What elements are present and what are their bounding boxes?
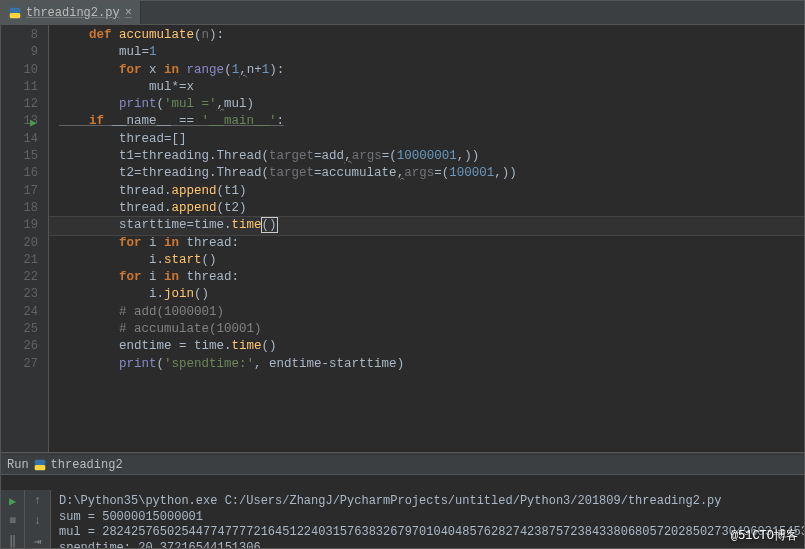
code-line[interactable]: print('spendtime:', endtime-starttime): [49, 356, 804, 373]
code-line[interactable]: if __name__ == '__main__':: [49, 113, 804, 130]
line-number: 10: [1, 62, 38, 79]
code-line[interactable]: i.start(): [49, 252, 804, 269]
run-tool-window: ▶ ■ ‖ ↑ ↓ ⇥ 🖶 D:\Python35\python.exe C:/…: [1, 470, 804, 549]
stop-icon[interactable]: ■: [6, 514, 20, 528]
code-line[interactable]: t1=threading.Thread(target=add,args=(100…: [49, 148, 804, 165]
code-line[interactable]: thread=[]: [49, 131, 804, 148]
line-number: 19: [1, 217, 38, 234]
code-line[interactable]: thread.append(t1): [49, 183, 804, 200]
line-number: 11: [1, 79, 38, 96]
line-number: 9: [1, 44, 38, 61]
line-number: 15: [1, 148, 38, 165]
code-line[interactable]: for x in range(1,n+1):: [49, 62, 804, 79]
rerun-icon[interactable]: ▶: [6, 494, 20, 508]
code-line[interactable]: thread.append(t2): [49, 200, 804, 217]
code-line[interactable]: # add(1000001): [49, 304, 804, 321]
code-line[interactable]: def accumulate(n):: [49, 27, 804, 44]
line-number: 27: [1, 356, 38, 373]
watermark: @51CTO博客: [731, 527, 798, 544]
run-toolbar-primary: ▶ ■ ‖: [1, 490, 25, 549]
line-number: 23: [1, 286, 38, 303]
code-area[interactable]: def accumulate(n): mul=1 for x in range(…: [49, 25, 804, 452]
python-file-icon: [9, 7, 21, 19]
code-line[interactable]: mul=1: [49, 44, 804, 61]
run-label: Run: [7, 458, 29, 472]
down-icon[interactable]: ↓: [31, 514, 45, 528]
run-gutter-icon[interactable]: ▶: [30, 115, 37, 132]
tab-filename: threading2.py: [26, 6, 120, 20]
line-number: 25: [1, 321, 38, 338]
line-number: 14: [1, 131, 38, 148]
line-number: 24: [1, 304, 38, 321]
python-file-icon: [34, 459, 46, 471]
line-number: 22: [1, 269, 38, 286]
line-number: 16: [1, 165, 38, 182]
line-number: 8: [1, 27, 38, 44]
line-number: 20: [1, 235, 38, 252]
code-line[interactable]: t2=threading.Thread(target=accumulate,ar…: [49, 165, 804, 182]
code-line[interactable]: starttime=time.time(): [49, 217, 804, 234]
editor-tab-bar: threading2.py ×: [1, 1, 804, 25]
code-line[interactable]: mul*=x: [49, 79, 804, 96]
console-output[interactable]: D:\Python35\python.exe C:/Users/ZhangJ/P…: [51, 490, 805, 549]
close-tab-icon[interactable]: ×: [125, 6, 132, 20]
svg-rect-3: [34, 465, 45, 470]
code-editor: ▶ 89101112131415161718192021222324252627…: [1, 25, 804, 453]
run-config-name: threading2: [51, 458, 123, 472]
line-number: 12: [1, 96, 38, 113]
code-line[interactable]: # accumulate(10001): [49, 321, 804, 338]
run-tool-window-header[interactable]: Run threading2: [1, 455, 804, 475]
run-toolbar-secondary: ↑ ↓ ⇥ 🖶: [25, 490, 51, 549]
code-line[interactable]: endtime = time.time(): [49, 338, 804, 355]
pause-icon[interactable]: ‖: [6, 534, 20, 548]
code-line[interactable]: print('mul =',mul): [49, 96, 804, 113]
line-number-gutter: ▶ 89101112131415161718192021222324252627: [1, 25, 49, 452]
line-number: 17: [1, 183, 38, 200]
line-number: 26: [1, 338, 38, 355]
code-line[interactable]: for i in thread:: [49, 269, 804, 286]
up-icon[interactable]: ↑: [31, 494, 45, 508]
code-line[interactable]: i.join(): [49, 286, 804, 303]
line-number: 18: [1, 200, 38, 217]
code-line[interactable]: for i in thread:: [49, 235, 804, 252]
wrap-icon[interactable]: ⇥: [31, 534, 45, 548]
line-number: 21: [1, 252, 38, 269]
svg-rect-1: [10, 13, 21, 18]
file-tab-threading2[interactable]: threading2.py ×: [1, 1, 141, 24]
